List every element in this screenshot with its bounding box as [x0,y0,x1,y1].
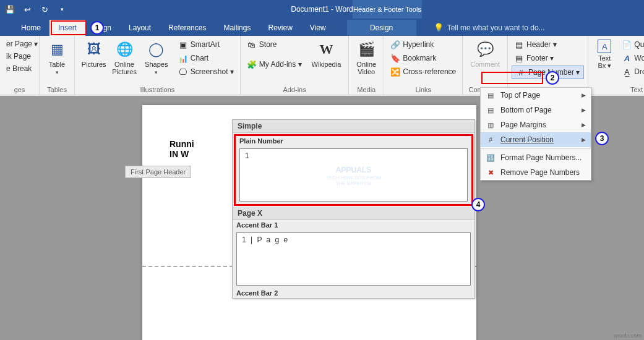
group-text: AText Bx ▾ 📄Quick Parts ▾ AWordArt ▾ A̲D… [588,36,644,95]
menu-format-page-numbers[interactable]: 🔢Format Page Numbers... [481,150,591,165]
group-links: 🔗Hyperlink 🔖Bookmark 🔀Cross-reference Li… [384,36,463,95]
tab-mailings[interactable]: Mailings [215,20,259,36]
menu-separator [481,148,591,149]
tab-review[interactable]: Review [259,20,301,36]
table-icon: ▦ [47,40,67,59]
submenu-arrow-icon: ▶ [582,107,586,113]
gallery-item-plain-number[interactable]: Plain Number [236,136,471,146]
online-video-button[interactable]: 🎬Online Video [353,38,380,77]
submenu-arrow-icon: ▶ [582,122,586,128]
quick-access-toolbar: 💾 ↩ ↻ ▾ [0,3,68,15]
wikipedia-icon: W [316,40,336,59]
title-bar: 💾 ↩ ↻ ▾ Document1 - Word Header & Footer… [0,0,644,19]
gallery-item-accent1[interactable]: Accent Bar 1 [233,220,474,230]
bookmark-button[interactable]: 🔖Bookmark [388,52,458,64]
screenshot-icon: 🖵 [178,67,188,77]
annotation-1: 1 [90,21,104,35]
addins-icon: 🧩 [247,59,257,69]
ribbon: er Page ▾ ik Page e Break ges ▦ Table Ta… [0,36,644,95]
quickparts-icon: 📄 [622,40,632,49]
top-page-icon: ▤ [486,90,496,100]
submenu-arrow-icon: ▶ [582,92,586,98]
remove-icon: ✖ [486,168,496,177]
chart-button[interactable]: 📊Chart [176,52,236,64]
page-number-icon: # [516,67,526,77]
footer-button[interactable]: ▤Footer ▾ [512,52,584,64]
group-label-addins: Add-ins [244,85,345,93]
gallery-preview-accent1[interactable]: 1 | P a g e [236,232,471,286]
menu-page-margins[interactable]: ▥Page Margins▶ [481,117,591,132]
menu-remove-page-numbers[interactable]: ✖Remove Page Numbers [481,165,591,180]
group-comments: 💬Comment Comments [463,36,508,95]
chart-icon: 📊 [178,53,188,63]
crossref-icon: 🔀 [390,67,400,77]
store-icon: 🛍 [247,40,257,49]
cover-page-button[interactable]: er Page ▾ [4,38,40,49]
group-pages: er Page ▾ ik Page e Break ges [0,36,40,95]
menu-top-of-page[interactable]: ▤Top of Page▶ [481,88,591,103]
tab-home[interactable]: Home [12,20,49,36]
bookmark-icon: 🔖 [390,53,400,63]
watermark: APPUALS TECH HOW-TO'S FROM THE EXPERTS! [326,163,382,186]
gallery-preview-plain[interactable]: 1 APPUALS TECH HOW-TO'S FROM THE EXPERTS… [239,148,468,202]
window-title: Document1 - Word [291,5,353,14]
text-box-button[interactable]: AText Bx ▾ [592,38,617,71]
hyperlink-icon: 🔗 [390,40,400,49]
group-label-tables: Tables [43,85,71,93]
preview-text-1: 1 [245,151,249,160]
wordart-button[interactable]: AWordArt ▾ [619,52,644,64]
page-break-button[interactable]: e Break [4,63,40,74]
tab-design-contextual[interactable]: Design [347,20,416,36]
tab-insert[interactable]: Insert [49,20,85,36]
hyperlink-button[interactable]: 🔗Hyperlink [388,38,458,51]
tab-references[interactable]: References [160,20,215,36]
drop-cap-button[interactable]: A̲Drop Cap ▾ [619,66,644,78]
shapes-button[interactable]: ◯Shapes [140,38,173,77]
footer-icon: ▤ [514,53,524,63]
redo-icon[interactable]: ↻ [38,3,51,15]
qat-customize-icon[interactable]: ▾ [56,3,68,15]
gallery-section-simple: Simple [233,120,474,133]
store-button[interactable]: 🛍Store [244,38,304,51]
cross-reference-button[interactable]: 🔀Cross-reference [388,66,458,78]
header-section-tag: First Page Header [125,166,191,178]
wordart-icon: A [622,53,632,63]
table-button[interactable]: ▦ Table [43,38,71,77]
group-label-links: Links [388,85,458,93]
wikipedia-button[interactable]: WWikipedia [308,38,345,69]
group-addins: 🛍Store 🧩My Add-ins ▾ WWikipedia Add-ins [241,36,349,95]
comment-icon: 💬 [475,40,495,59]
group-label-media: Media [353,85,380,93]
tell-me-placeholder: Tell me what you want to do... [447,23,545,32]
menu-current-position[interactable]: #Current Position▶ [481,132,591,147]
group-tables: ▦ Table Tables [40,36,75,95]
contextual-tab-label: Header & Footer Tools [353,0,422,19]
current-pos-icon: # [486,135,496,145]
group-header-footer: ▤Header ▾ ▤Footer ▾ #Page Number ▾ [508,36,588,95]
preview-text-2: 1 | P a g e [242,236,289,244]
submenu-arrow-icon: ▶ [582,137,586,143]
quick-parts-button[interactable]: 📄Quick Parts ▾ [619,38,644,51]
group-label-pages: ges [4,85,35,93]
undo-icon[interactable]: ↩ [21,3,33,15]
annotation-3: 3 [595,132,609,145]
smartart-button[interactable]: ▣SmartArt [176,38,236,51]
bulb-icon: 💡 [434,23,444,32]
picture-icon: 🖼 [84,40,104,59]
group-media: 🎬Online Video Media [349,36,384,95]
gallery-item-accent2[interactable]: Accent Bar 2 [233,288,474,298]
pictures-button[interactable]: 🖼Pictures [79,38,109,69]
save-icon[interactable]: 💾 [4,3,16,15]
header-button[interactable]: ▤Header ▾ [512,38,584,51]
online-picture-icon: 🌐 [114,40,134,59]
online-pictures-button[interactable]: 🌐Online Pictures [109,38,139,77]
blank-page-button[interactable]: ik Page [4,51,40,62]
tab-layout[interactable]: Layout [120,20,160,36]
dropcap-icon: A̲ [622,67,632,77]
comment-button[interactable]: 💬Comment [466,38,504,69]
tab-view[interactable]: View [301,20,335,36]
my-addins-button[interactable]: 🧩My Add-ins ▾ [244,58,304,70]
screenshot-button[interactable]: 🖵Screenshot ▾ [176,66,236,78]
tell-me-search[interactable]: 💡 Tell me what you want to do... [426,19,552,36]
menu-bottom-of-page[interactable]: ▤Bottom of Page▶ [481,103,591,117]
